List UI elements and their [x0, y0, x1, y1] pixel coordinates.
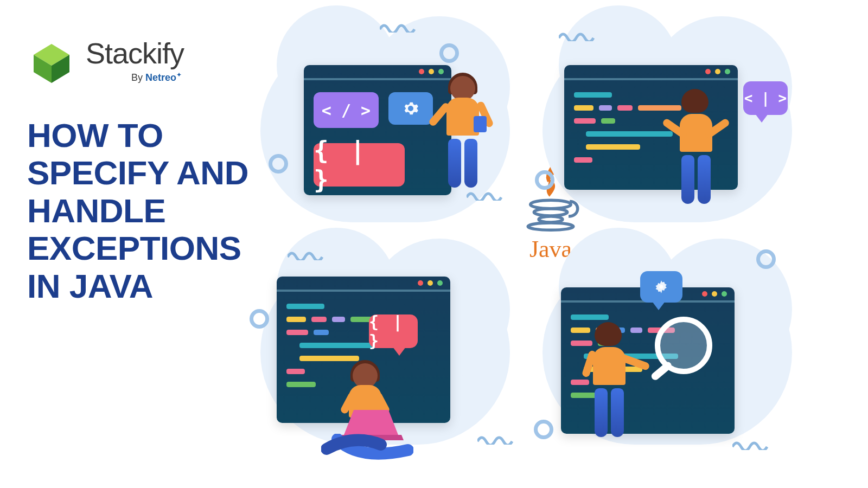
gear-pill — [388, 92, 433, 125]
illustration-editing-code: < | > — [542, 11, 792, 228]
brand-logo: Stackify By Netreo✦ — [27, 35, 184, 84]
stackify-logo-icon — [27, 35, 76, 84]
brand-byline: By Netreo✦ — [86, 71, 184, 84]
braces-speech-bubble: { | } — [369, 314, 418, 348]
illustration-laptop-coding: { | } — [260, 233, 515, 461]
page-title: HOW TO SPECIFY AND HANDLE EXCEPTIONS IN … — [27, 117, 260, 305]
code-speech-bubble: < | > — [743, 81, 788, 115]
svg-marker-7 — [344, 410, 398, 435]
illustration-code-tags: < / > { | } — [260, 11, 515, 228]
brand-name: Stackify — [86, 36, 184, 70]
code-tag-pill: < / > — [314, 92, 379, 128]
gear-speech-bubble — [640, 271, 682, 303]
illustration-inspect-code — [542, 233, 792, 461]
braces-pill: { | } — [314, 143, 405, 187]
magnifier-icon — [646, 312, 727, 393]
